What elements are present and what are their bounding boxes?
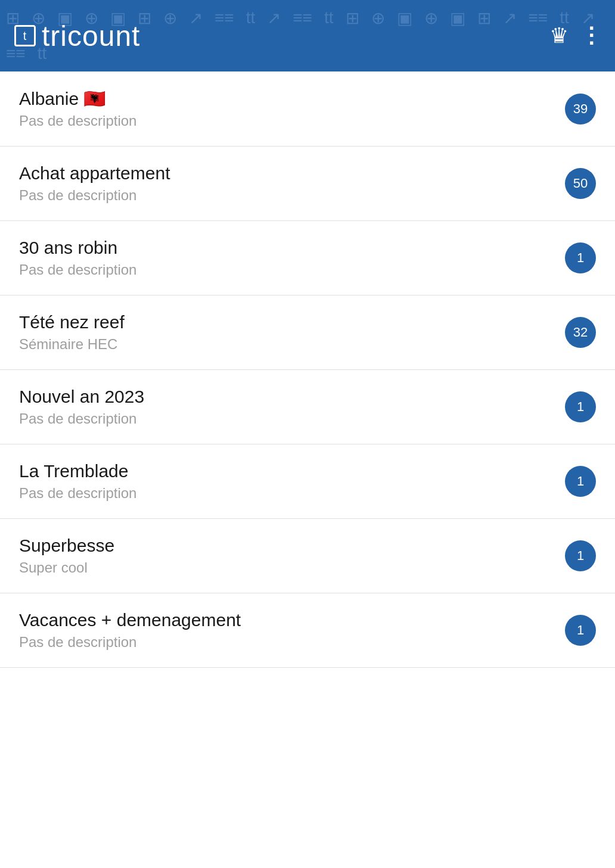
list-item-description: Pas de description — [19, 410, 555, 427]
header-actions: ♛ ⋮ — [549, 23, 601, 48]
list-item-description: Pas de description — [19, 113, 555, 129]
list-item-title: Tété nez reef — [19, 312, 555, 332]
list-item-badge: 1 — [565, 540, 596, 571]
list-item[interactable]: 30 ans robin Pas de description 1 — [0, 221, 615, 295]
list-item[interactable]: Tété nez reef Séminaire HEC 32 — [0, 295, 615, 370]
list-item-description: Pas de description — [19, 262, 555, 278]
crown-icon[interactable]: ♛ — [549, 23, 569, 48]
list-item-badge: 50 — [565, 168, 596, 199]
list-item[interactable]: Vacances + demenagement Pas de descripti… — [0, 593, 615, 668]
list-item-content: Nouvel an 2023 Pas de description — [19, 387, 555, 427]
list-item-description: Super cool — [19, 559, 555, 576]
list-item-content: Achat appartement Pas de description — [19, 163, 555, 204]
list-item-content: Superbesse Super cool — [19, 536, 555, 576]
list-item-content: 30 ans robin Pas de description — [19, 238, 555, 278]
list-item[interactable]: La Tremblade Pas de description 1 — [0, 444, 615, 519]
list-item-badge: 1 — [565, 391, 596, 422]
list-item-badge: 1 — [565, 242, 596, 273]
list-item-description: Pas de description — [19, 485, 555, 502]
tricount-list: Albanie 🇦🇱 Pas de description 39 Achat a… — [0, 71, 615, 668]
list-item-content: Albanie 🇦🇱 Pas de description — [19, 88, 555, 129]
list-item-description: Séminaire HEC — [19, 336, 555, 353]
logo-text: tricount — [42, 20, 140, 52]
list-item[interactable]: Nouvel an 2023 Pas de description 1 — [0, 370, 615, 444]
list-item-title: Achat appartement — [19, 163, 555, 183]
list-item[interactable]: Albanie 🇦🇱 Pas de description 39 — [0, 71, 615, 147]
app-header: ⊞⊕▣⊕▣⊞⊕ ↗≡≡tt↗≡≡tt ⊞⊕▣⊕▣⊞ ↗≡≡tt↗≡≡tt t t… — [0, 0, 615, 71]
list-item[interactable]: Achat appartement Pas de description 50 — [0, 147, 615, 221]
list-item-title: 30 ans robin — [19, 238, 555, 258]
more-menu-button[interactable]: ⋮ — [580, 23, 601, 48]
logo-icon: t — [14, 25, 36, 46]
list-item-badge: 1 — [565, 466, 596, 497]
list-item-description: Pas de description — [19, 634, 555, 651]
list-item[interactable]: Superbesse Super cool 1 — [0, 519, 615, 593]
app-logo: t tricount — [14, 20, 140, 52]
list-item-content: La Tremblade Pas de description — [19, 461, 555, 502]
list-item-title: Albanie 🇦🇱 — [19, 88, 555, 109]
list-item-title: Nouvel an 2023 — [19, 387, 555, 407]
list-item-title: La Tremblade — [19, 461, 555, 481]
list-item-title: Superbesse — [19, 536, 555, 556]
list-item-content: Vacances + demenagement Pas de descripti… — [19, 610, 555, 651]
list-item-badge: 39 — [565, 94, 596, 125]
list-item-description: Pas de description — [19, 187, 555, 204]
list-item-badge: 32 — [565, 317, 596, 348]
list-item-title: Vacances + demenagement — [19, 610, 555, 630]
list-item-content: Tété nez reef Séminaire HEC — [19, 312, 555, 353]
list-item-badge: 1 — [565, 615, 596, 646]
